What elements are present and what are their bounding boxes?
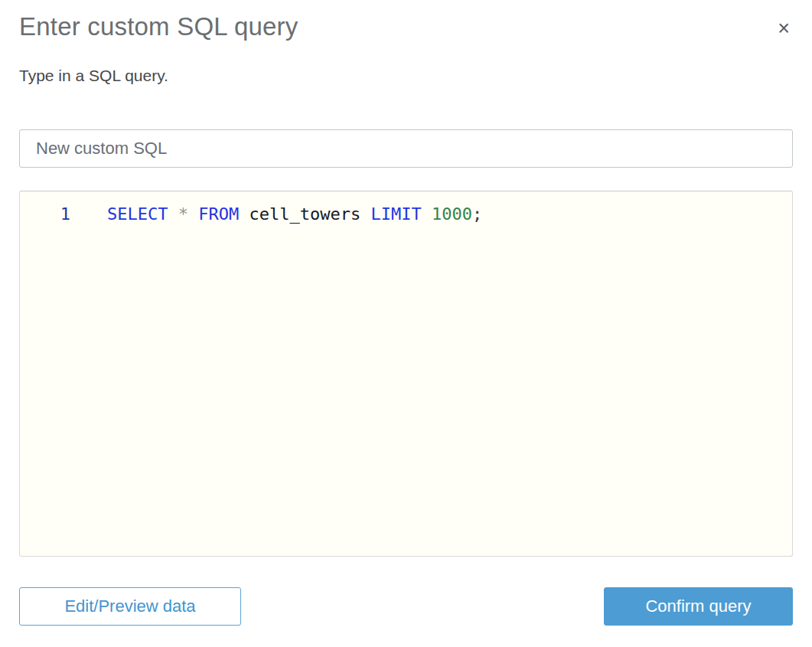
editor-code-area: SELECT * FROM cell_towers LIMIT 1000; — [70, 203, 792, 556]
editor-gutter: 1 — [20, 203, 70, 556]
dialog-footer: Edit/Preview data Confirm query — [19, 587, 793, 626]
close-icon[interactable]: × — [774, 14, 793, 44]
sql-token-operator: * — [178, 204, 188, 224]
sql-token-number: 1000 — [432, 204, 472, 224]
dialog-header: Enter custom SQL query × — [19, 0, 793, 44]
custom-sql-dialog: Enter custom SQL query × Type in a SQL q… — [0, 0, 812, 647]
edit-preview-data-button[interactable]: Edit/Preview data — [19, 587, 241, 626]
confirm-query-button[interactable]: Confirm query — [604, 587, 793, 626]
sql-token-semicolon: ; — [472, 204, 482, 224]
dialog-subtitle: Type in a SQL query. — [19, 67, 793, 85]
sql-token-identifier: cell_towers — [239, 204, 370, 224]
sql-token-keyword: SELECT — [107, 204, 168, 224]
sql-query-line: SELECT * FROM cell_towers LIMIT 1000; — [107, 203, 792, 226]
sql-token-keyword: FROM — [198, 204, 239, 224]
sql-token-keyword: LIMIT — [370, 204, 421, 224]
sql-name-input[interactable] — [19, 129, 793, 168]
sql-code-editor[interactable]: 1 SELECT * FROM cell_towers LIMIT 1000; — [19, 191, 793, 557]
sql-token-space — [168, 204, 178, 224]
sql-token-space — [422, 204, 432, 224]
sql-token-space — [188, 204, 198, 224]
page-title: Enter custom SQL query — [19, 12, 298, 41]
line-number: 1 — [20, 203, 70, 226]
